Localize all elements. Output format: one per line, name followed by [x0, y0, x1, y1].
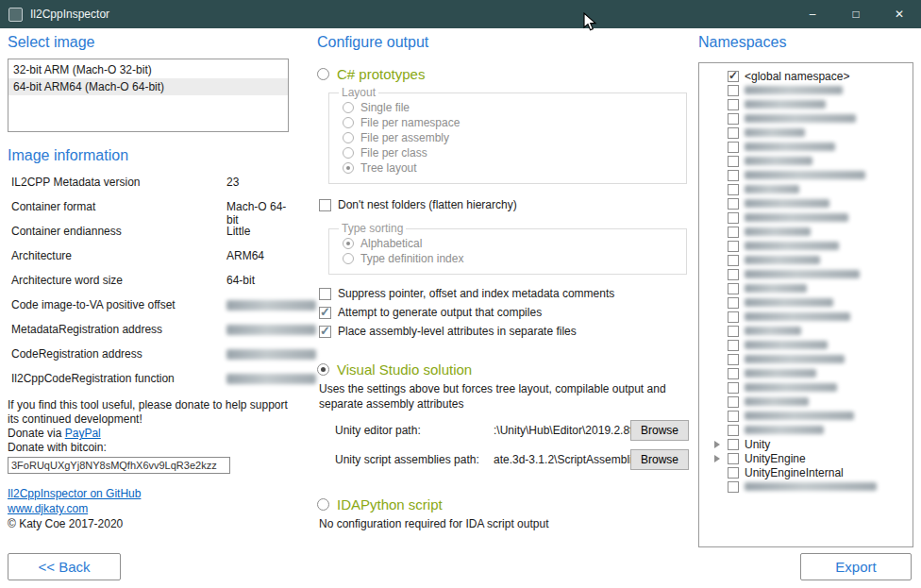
namespace-row[interactable] — [703, 196, 911, 210]
namespace-row[interactable] — [703, 253, 911, 267]
image-listbox[interactable]: 32-bit ARM (Mach-O 32-bit)64-bit ARM64 (… — [8, 59, 289, 132]
namespace-checkbox[interactable] — [728, 184, 739, 195]
namespace-row[interactable] — [703, 154, 911, 168]
type-sorting-groupbox: Type sorting AlphabeticalType definition… — [328, 222, 687, 275]
radio-option[interactable]: File per assembly — [343, 130, 678, 145]
close-button[interactable]: ✕ — [878, 0, 921, 28]
flatten-checkbox-row[interactable]: Don't nest folders (flatten hierarchy) — [319, 197, 689, 212]
flatten-checkbox[interactable] — [319, 199, 331, 211]
namespace-list[interactable]: <global namespace>UnityUnityEngineUnityE… — [698, 62, 913, 547]
website-link[interactable]: www.djkaty.com — [8, 502, 88, 515]
namespace-row[interactable] — [703, 395, 911, 409]
namespace-row[interactable] — [703, 310, 911, 324]
checkbox[interactable] — [319, 288, 331, 300]
namespace-checkbox[interactable] — [728, 170, 739, 181]
namespace-row[interactable] — [703, 239, 911, 253]
checkbox-row[interactable]: Place assembly-level attributes in separ… — [319, 324, 689, 339]
namespace-row[interactable] — [703, 380, 911, 395]
namespace-checkbox[interactable] — [728, 127, 739, 139]
namespace-row[interactable]: UnityEngineInternal — [703, 465, 911, 479]
namespace-checkbox[interactable] — [728, 382, 739, 394]
namespace-checkbox[interactable] — [728, 311, 739, 323]
namespace-checkbox[interactable] — [728, 481, 739, 493]
namespace-checkbox[interactable] — [728, 283, 739, 294]
namespace-row[interactable] — [703, 126, 911, 140]
namespace-checkbox[interactable] — [728, 396, 739, 408]
namespace-row[interactable] — [703, 366, 911, 380]
namespace-row[interactable] — [703, 140, 911, 154]
namespace-checkbox[interactable] — [728, 467, 739, 479]
minimize-button[interactable]: – — [791, 0, 834, 28]
namespace-row[interactable] — [703, 479, 911, 494]
namespace-row[interactable] — [703, 210, 911, 225]
namespace-row[interactable]: <global namespace> — [703, 69, 911, 83]
namespace-row[interactable] — [703, 168, 911, 182]
namespace-row[interactable] — [703, 267, 911, 281]
image-list-item[interactable]: 64-bit ARM64 (Mach-O 64-bit) — [8, 78, 288, 95]
namespace-checkbox[interactable] — [728, 340, 739, 351]
radio-option[interactable]: Alphabetical — [343, 236, 678, 251]
namespace-checkbox[interactable] — [728, 241, 739, 252]
radio-option[interactable]: Single file — [343, 100, 678, 115]
image-list-item[interactable]: 32-bit ARM (Mach-O 32-bit) — [8, 61, 288, 78]
checkbox-row[interactable]: Attempt to generate output that compiles — [319, 305, 689, 320]
namespace-checkbox[interactable] — [728, 439, 739, 450]
redacted-namespace — [745, 100, 826, 109]
browse-button[interactable]: Browse — [630, 449, 689, 470]
info-row: Container endiannessLittle — [8, 221, 289, 245]
namespace-checkbox[interactable] — [728, 156, 739, 167]
radio-option[interactable]: File per namespace — [343, 115, 678, 130]
export-button[interactable]: Export — [800, 553, 912, 580]
namespace-row[interactable] — [703, 281, 911, 295]
radio-option[interactable]: Tree layout — [343, 160, 678, 176]
namespace-checkbox[interactable] — [728, 411, 739, 422]
namespace-checkbox[interactable] — [728, 142, 739, 153]
back-button[interactable]: << Back — [8, 553, 121, 580]
namespace-row[interactable] — [703, 423, 911, 437]
namespace-checkbox[interactable] — [728, 113, 739, 125]
github-link[interactable]: Il2CppInspector on GitHub — [8, 487, 141, 500]
namespace-row[interactable] — [703, 338, 911, 352]
namespace-row[interactable]: UnityEngine — [703, 451, 911, 465]
namespace-checkbox[interactable] — [728, 227, 739, 238]
vs-solution-option[interactable]: Visual Studio solution — [317, 361, 689, 378]
namespace-checkbox[interactable] — [728, 326, 739, 337]
namespace-checkbox[interactable] — [728, 85, 739, 96]
checkbox-row[interactable]: Suppress pointer, offset and index metad… — [319, 286, 689, 301]
checkbox[interactable] — [319, 307, 331, 319]
namespace-row[interactable] — [703, 324, 911, 338]
expander-icon[interactable] — [714, 455, 720, 462]
namespace-checkbox[interactable] — [728, 269, 739, 280]
namespace-row[interactable] — [703, 295, 911, 310]
namespace-checkbox[interactable] — [728, 453, 739, 464]
namespace-checkbox[interactable] — [728, 297, 739, 309]
namespace-row[interactable]: Unity — [703, 437, 911, 451]
namespace-row[interactable] — [703, 97, 911, 111]
namespace-checkbox[interactable] — [728, 99, 739, 110]
checkbox[interactable] — [319, 326, 331, 338]
namespace-row[interactable] — [703, 182, 911, 196]
redacted-namespace — [745, 86, 843, 94]
namespace-row[interactable] — [703, 83, 911, 97]
namespace-row[interactable] — [703, 409, 911, 423]
browse-button[interactable]: Browse — [630, 420, 689, 441]
namespace-checkbox[interactable] — [728, 425, 739, 436]
maximize-button[interactable]: □ — [834, 0, 878, 28]
expander-icon[interactable] — [714, 441, 720, 448]
ida-script-option[interactable]: IDAPython script — [317, 496, 689, 512]
radio-option[interactable]: File per class — [343, 145, 678, 160]
namespace-row[interactable] — [703, 111, 911, 126]
namespace-checkbox[interactable] — [728, 212, 739, 224]
namespace-row[interactable] — [703, 352, 911, 366]
namespace-checkbox[interactable] — [728, 255, 739, 266]
csharp-prototypes-option[interactable]: C# prototypes — [317, 66, 689, 82]
namespace-checkbox[interactable] — [728, 368, 739, 379]
namespace-row[interactable] — [703, 225, 911, 239]
namespace-checkbox[interactable] — [728, 198, 739, 210]
layout-groupbox: Layout Single fileFile per namespaceFile… — [328, 86, 687, 184]
namespace-checkbox[interactable] — [728, 354, 739, 365]
radio-option[interactable]: Type definition index — [343, 251, 678, 266]
paypal-link[interactable]: PayPal — [65, 427, 101, 440]
bitcoin-address-input[interactable] — [8, 457, 230, 474]
namespace-checkbox[interactable] — [728, 71, 739, 82]
